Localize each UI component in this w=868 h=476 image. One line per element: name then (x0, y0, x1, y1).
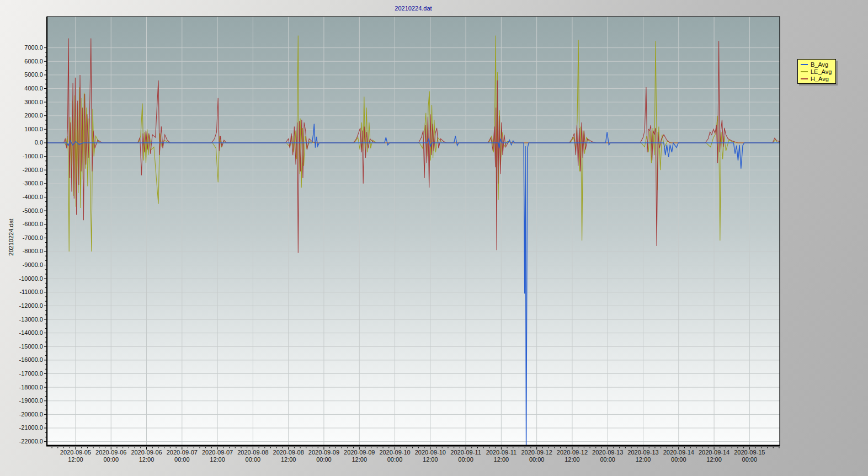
y-axis-tick-label: -9000.0 (6, 261, 43, 268)
legend-label: LE_Avg (811, 68, 832, 75)
legend-entry-le-avg[interactable]: LE_Avg (801, 68, 832, 75)
y-axis-tick-label: -15000.0 (6, 343, 43, 350)
series-line-swatch (801, 64, 808, 65)
y-axis-tick-label: -17000.0 (6, 370, 43, 377)
y-axis-tick-label: 3000.0 (6, 99, 43, 105)
y-axis-tick-label: 6000.0 (6, 58, 43, 65)
legend-label: B_Avg (811, 61, 828, 68)
y-axis-tick-label: -8000.0 (6, 248, 43, 254)
y-axis-tick-label: -22000.0 (6, 438, 43, 445)
y-axis-tick-label: -1000.0 (6, 153, 43, 159)
y-axis-tick-label: -21000.0 (6, 424, 43, 431)
y-axis-tick-label: -19000.0 (6, 397, 43, 404)
y-axis-tick-label: -20000.0 (6, 411, 43, 418)
y-axis-tick-label: -6000.0 (6, 221, 43, 227)
y-axis-tick-label: 7000.0 (6, 44, 43, 51)
series-line-swatch (801, 78, 808, 79)
y-axis-tick-label: -13000.0 (6, 316, 43, 323)
legend-entry-b-avg[interactable]: B_Avg (801, 61, 832, 68)
legend-label: H_Avg (811, 76, 829, 82)
y-axis-tick-label: -4000.0 (6, 194, 43, 200)
y-axis-tick-label: -3000.0 (6, 180, 43, 186)
legend[interactable]: B_Avg LE_Avg H_Avg (797, 59, 836, 84)
y-axis-tick-label: -10000.0 (6, 275, 43, 282)
y-axis-tick-label: 1000.0 (6, 126, 43, 132)
y-axis-tick-label: -5000.0 (6, 207, 43, 214)
y-axis-tick-label: -18000.0 (6, 384, 43, 391)
y-axis-tick-label: 0.0 (6, 139, 43, 146)
series-line-swatch (801, 71, 808, 72)
y-axis-tick-label: 5000.0 (6, 71, 43, 78)
y-axis-tick-label: -16000.0 (6, 356, 43, 363)
y-axis-tick-label: 4000.0 (6, 85, 43, 92)
y-axis-tick-label: -2000.0 (6, 167, 43, 173)
y-axis-tick-label: 2000.0 (6, 112, 43, 119)
x-axis-tick-label: 2020-09-1500:00 (726, 449, 773, 463)
plot-area[interactable] (0, 0, 868, 476)
y-axis-tick-label: -14000.0 (6, 329, 43, 336)
y-axis-tick-label: -12000.0 (6, 302, 43, 309)
legend-entry-h-avg[interactable]: H_Avg (801, 75, 832, 82)
y-axis-tick-label: -11000.0 (6, 288, 43, 295)
chart-window: 20210224.dat 20210224.dat 7000.06000.050… (0, 0, 868, 476)
y-axis-tick-label: -7000.0 (6, 234, 43, 241)
